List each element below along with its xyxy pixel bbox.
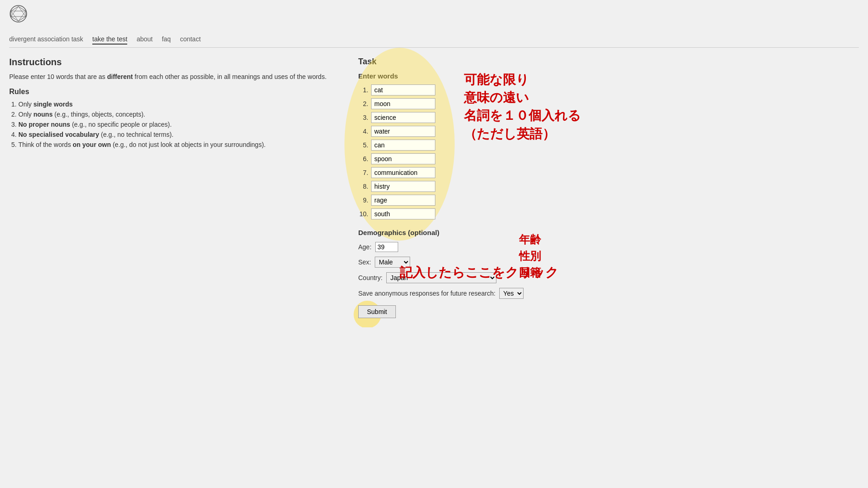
word-row-7: 7.	[358, 167, 542, 178]
sex-label: Sex:	[358, 258, 371, 266]
word-input-7[interactable]	[371, 167, 435, 178]
country-row: Country: Japan United States United King…	[358, 272, 542, 283]
save-row: Save anonymous responses for future rese…	[358, 288, 542, 299]
word-input-3[interactable]	[371, 112, 435, 123]
nav-item-divergent[interactable]: divergent association task	[9, 35, 83, 45]
word-input-6[interactable]	[371, 153, 435, 164]
logo	[9, 5, 859, 24]
word-number-8: 8.	[358, 183, 368, 190]
word-number-6: 6.	[358, 155, 368, 163]
country-select[interactable]: Japan United States United Kingdom Other	[386, 272, 496, 283]
word-number-2: 2.	[358, 100, 368, 107]
nav-item-faq[interactable]: faq	[162, 35, 170, 45]
word-row-9: 9.	[358, 195, 542, 206]
instructions-text: Please enter 10 words that are as differ…	[9, 73, 340, 80]
rule-5: Think of the words on your own (e.g., do…	[18, 141, 340, 148]
word-row-6: 6.	[358, 153, 542, 164]
word-number-7: 7.	[358, 169, 368, 176]
nav-item-about[interactable]: about	[136, 35, 152, 45]
demographics-section: Demographics (optional) Age: Sex: Male F…	[358, 229, 542, 318]
word-input-5[interactable]	[371, 140, 435, 151]
instructions-panel: Instructions Please enter 10 words that …	[9, 57, 340, 318]
word-number-10: 10.	[358, 210, 368, 218]
submit-area: Submit	[358, 305, 396, 318]
rule-4: No specialised vocabulary (e.g., no tech…	[18, 131, 340, 138]
rules-list: Only single words Only nouns (e.g., thin…	[9, 101, 340, 148]
sex-row: Sex: Male Female Other	[358, 257, 542, 268]
rule-3: No proper nouns (e.g., no specific peopl…	[18, 121, 340, 128]
navigation: divergent association task take the test…	[9, 33, 859, 48]
word-number-5: 5.	[358, 141, 368, 149]
age-label: Age:	[358, 243, 372, 251]
submit-button[interactable]: Submit	[358, 305, 396, 318]
age-input[interactable]	[375, 242, 398, 252]
word-inputs-container: 1. 2. 3. 4. 5.	[358, 84, 542, 219]
word-row-8: 8.	[358, 181, 542, 192]
word-input-9[interactable]	[371, 195, 435, 206]
demographics-title: Demographics (optional)	[358, 229, 542, 236]
task-title: Task	[358, 57, 542, 67]
save-label: Save anonymous responses for future rese…	[358, 290, 496, 297]
rule-1: Only single words	[18, 101, 340, 108]
word-row-4: 4.	[358, 126, 542, 137]
word-input-8[interactable]	[371, 181, 435, 192]
rule-2: Only nouns (e.g., things, objects, conce…	[18, 111, 340, 118]
word-row-5: 5.	[358, 140, 542, 151]
word-row-1: 1.	[358, 84, 542, 95]
word-number-9: 9.	[358, 196, 368, 204]
word-number-3: 3.	[358, 114, 368, 121]
word-row-10: 10.	[358, 208, 542, 219]
word-input-1[interactable]	[371, 84, 435, 95]
word-number-4: 4.	[358, 128, 368, 135]
age-row: Age:	[358, 242, 542, 252]
nav-item-contact[interactable]: contact	[180, 35, 201, 45]
word-row-2: 2.	[358, 98, 542, 109]
word-input-4[interactable]	[371, 126, 435, 137]
task-panel: Task Enter words 1. 2. 3. 4.	[358, 57, 542, 318]
sex-select[interactable]: Male Female Other	[375, 257, 410, 268]
word-input-10[interactable]	[371, 208, 435, 219]
word-number-1: 1.	[358, 86, 368, 94]
word-input-2[interactable]	[371, 98, 435, 109]
nav-item-take-test[interactable]: take the test	[92, 35, 127, 45]
country-label: Country:	[358, 274, 383, 281]
svg-point-0	[10, 6, 27, 22]
word-row-3: 3.	[358, 112, 542, 123]
save-select[interactable]: Yes No	[499, 288, 524, 299]
rules-title: Rules	[9, 88, 340, 96]
enter-words-label: Enter words	[358, 72, 542, 80]
instructions-title: Instructions	[9, 57, 340, 67]
